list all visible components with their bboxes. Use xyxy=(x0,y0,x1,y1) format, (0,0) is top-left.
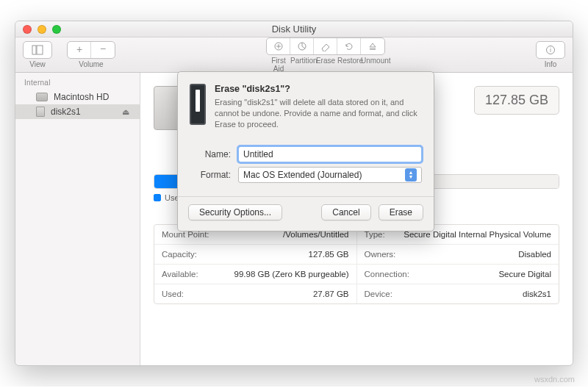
table-row: Capacity:127.85 GB Owners:Disabled xyxy=(154,245,559,265)
erase-icon xyxy=(320,41,331,51)
used-swatch xyxy=(154,194,161,201)
cancel-button[interactable]: Cancel xyxy=(321,204,370,220)
first-aid-label: First Aid xyxy=(267,57,290,73)
first-aid-button[interactable] xyxy=(267,38,290,54)
erase-label: Erase xyxy=(314,57,337,73)
volume-label: Volume xyxy=(79,60,103,68)
sd-card-icon xyxy=(36,107,45,117)
disk-utility-window: Disk Utility View + − Volume xyxy=(15,21,573,366)
name-input[interactable] xyxy=(238,146,422,162)
hard-disk-icon xyxy=(36,93,48,101)
watermark: wsxdn.com xyxy=(534,375,575,384)
dialog-title: Erase "disk2s1"? xyxy=(215,84,422,94)
view-button[interactable] xyxy=(23,41,52,59)
format-select[interactable]: Mac OS Extended (Journaled) ▲▼ xyxy=(238,167,422,183)
dialog-description: Erasing "disk2s1" will delete all data s… xyxy=(215,97,422,130)
table-row: Available:99.98 GB (Zero KB purgeable) C… xyxy=(154,265,559,284)
eject-icon[interactable]: ⏏ xyxy=(122,107,129,117)
toolbar: View + − Volume First Aid Pa xyxy=(15,37,573,73)
format-label: Format: xyxy=(190,170,231,180)
titlebar: Disk Utility xyxy=(15,21,573,37)
volume-add-button[interactable]: + xyxy=(68,42,91,58)
size-badge: 127.85 GB xyxy=(474,86,559,115)
info-button[interactable]: i xyxy=(536,41,565,59)
unmount-icon xyxy=(367,41,379,51)
volume-remove-button[interactable]: − xyxy=(91,42,115,58)
sidebar: Internal Macintosh HD disk2s1 ⏏ xyxy=(15,73,140,365)
select-arrows-icon: ▲▼ xyxy=(405,168,417,182)
sidebar-item-macintosh-hd[interactable]: Macintosh HD xyxy=(15,90,140,104)
erase-confirm-button[interactable]: Erase xyxy=(379,204,423,220)
sd-card-large-icon xyxy=(190,84,206,125)
info-table: Mount Point:/Volumes/Untitled Type:Secur… xyxy=(154,224,559,304)
format-value: Mac OS Extended (Journaled) xyxy=(243,170,362,180)
sidebar-item-label: Macintosh HD xyxy=(54,92,109,102)
sidebar-item-disk2s1[interactable]: disk2s1 ⏏ xyxy=(15,104,140,119)
partition-button[interactable] xyxy=(290,38,314,54)
window-title: Disk Utility xyxy=(15,24,573,35)
view-label: View xyxy=(29,60,46,68)
unmount-button[interactable] xyxy=(361,38,384,54)
svg-text:−: − xyxy=(100,45,106,54)
sidebar-item-label: disk2s1 xyxy=(51,107,81,117)
info-icon: i xyxy=(545,45,556,55)
restore-icon xyxy=(343,41,355,51)
svg-rect-6 xyxy=(370,48,376,50)
volume-segmented: + − xyxy=(67,41,115,59)
info-label: Info xyxy=(545,60,557,68)
first-aid-icon xyxy=(273,41,284,51)
erase-button[interactable] xyxy=(314,38,337,54)
security-options-button[interactable]: Security Options... xyxy=(188,204,282,220)
svg-text:i: i xyxy=(550,46,551,54)
name-label: Name: xyxy=(190,149,231,159)
erase-dialog: Erase "disk2s1"? Erasing "disk2s1" will … xyxy=(177,71,434,231)
svg-rect-1 xyxy=(37,46,43,54)
svg-rect-0 xyxy=(32,46,36,54)
unmount-label: Unmount xyxy=(361,57,384,73)
partition-icon xyxy=(296,41,308,51)
table-row: Used:27.87 GB Device:disk2s1 xyxy=(154,284,559,303)
restore-label: Restore xyxy=(337,57,361,73)
svg-text:+: + xyxy=(76,45,82,55)
restore-button[interactable] xyxy=(337,38,361,54)
sidebar-section-internal: Internal xyxy=(15,76,140,90)
partition-label: Partition xyxy=(290,57,314,73)
